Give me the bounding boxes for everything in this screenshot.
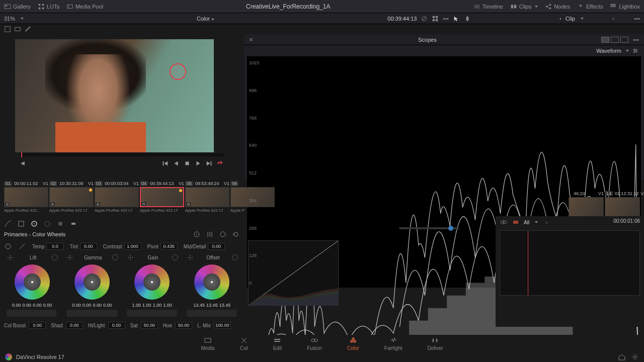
wheel-picker-icon[interactable]	[126, 253, 134, 261]
gain-jog[interactable]	[127, 310, 177, 317]
loop-icon[interactable]	[217, 160, 224, 167]
wheel-picker-icon[interactable]	[6, 253, 14, 261]
hilight-input[interactable]	[108, 322, 125, 329]
wheel-reset[interactable]	[112, 254, 118, 260]
play-icon[interactable]	[195, 160, 202, 167]
tracker-icon[interactable]	[43, 220, 51, 228]
clip-thumb-03[interactable]: 0300:00:03:04V1fxApple ProRes 422 LT	[95, 180, 139, 216]
contrast-input[interactable]	[124, 243, 141, 250]
offset-wheel[interactable]	[194, 264, 229, 300]
scopes-close-icon[interactable]: ×	[249, 36, 253, 44]
page-deliver[interactable]: Deliver	[427, 336, 443, 351]
wheel-reset[interactable]	[232, 254, 238, 260]
clip-thumb-05[interactable]: 0508:53:49:24V1fxApple ProRes 422 LT	[185, 180, 229, 216]
page-cut[interactable]: Cut	[240, 336, 248, 351]
page-fairlight[interactable]: Fairlight	[384, 336, 403, 351]
wheel-reset[interactable]	[172, 254, 178, 260]
scope-layout-1[interactable]	[601, 37, 609, 43]
kf-all[interactable]: All	[524, 220, 529, 225]
home-icon[interactable]	[618, 353, 626, 361]
blur-icon[interactable]	[56, 220, 64, 228]
curves-editor[interactable]	[248, 240, 339, 306]
page-media[interactable]: Media	[201, 336, 214, 351]
key-icon[interactable]	[69, 220, 77, 228]
next-clip-icon[interactable]	[206, 160, 213, 167]
effects-button[interactable]: Effects	[577, 3, 603, 10]
viewer-scrubber[interactable]	[20, 153, 224, 156]
curves-icon[interactable]	[4, 220, 12, 228]
colboost-input[interactable]	[29, 322, 46, 329]
sat-input[interactable]	[141, 322, 158, 329]
clips-button[interactable]: Clips	[510, 3, 538, 10]
scope-settings-icon[interactable]	[632, 47, 639, 54]
svg-point-52	[220, 232, 225, 237]
scope-mode-dropdown[interactable]: Waveform	[596, 48, 621, 54]
viewer-timecode[interactable]: 00:39:44:13	[387, 16, 417, 22]
mediapool-button[interactable]: Media Pool	[66, 3, 103, 10]
mute-icon[interactable]	[20, 160, 27, 167]
offset-jog[interactable]	[187, 310, 237, 317]
clip-thumb-04[interactable]: 0400:39:44:13V1fxApple ProRes 422 LT	[140, 180, 184, 216]
color-picker-cursor[interactable]	[170, 63, 186, 80]
lightbox-button[interactable]: Lightbox	[610, 3, 640, 10]
clip-dropdown[interactable]: Clip	[566, 16, 575, 22]
softclip-slider[interactable]	[399, 227, 459, 229]
wheels-mode-icon[interactable]	[193, 230, 201, 238]
clip-thumb-02[interactable]: 0210:30:31:08V1fxApple ProRes 422 LT	[49, 180, 94, 216]
viewer[interactable]	[15, 39, 214, 152]
page-edit[interactable]: Edit	[273, 336, 282, 351]
grid-icon[interactable]	[432, 15, 439, 22]
kf-playhead[interactable]	[528, 231, 528, 295]
gamma-jog[interactable]	[67, 310, 117, 317]
picker-a-icon[interactable]	[4, 242, 12, 250]
temp-input[interactable]	[46, 243, 63, 250]
wheel-picker-icon[interactable]	[66, 253, 74, 261]
bypass-icon[interactable]	[421, 15, 428, 22]
wheel-picker-icon[interactable]	[186, 253, 194, 261]
adjust-icon[interactable]	[4, 26, 11, 33]
keyframe-timeline[interactable]	[500, 230, 640, 296]
hand-icon[interactable]	[464, 15, 471, 22]
picker-b-icon[interactable]	[18, 242, 26, 250]
stop-icon[interactable]	[184, 160, 191, 167]
svg-point-15	[549, 7, 551, 9]
svg-point-38	[634, 49, 635, 50]
bars-mode-icon[interactable]	[206, 230, 214, 238]
lift-jog[interactable]	[7, 310, 57, 317]
luts-button[interactable]: LUTs	[38, 3, 59, 10]
hue-input[interactable]	[175, 322, 192, 329]
gallery-button[interactable]: Gallery	[4, 3, 31, 10]
lmix-input[interactable]	[214, 322, 231, 329]
wheel-reset[interactable]	[52, 254, 58, 260]
scope-layout-2[interactable]	[611, 37, 619, 43]
pivot-input[interactable]	[160, 243, 178, 250]
timeline-button[interactable]: Timeline	[473, 3, 503, 10]
step-back-icon[interactable]	[173, 160, 180, 167]
page-color[interactable]: Color	[347, 336, 359, 351]
svg-rect-27	[436, 16, 438, 18]
gamma-wheel[interactable]	[74, 264, 110, 300]
log-mode-icon[interactable]	[219, 230, 227, 238]
nodes-button[interactable]: Nodes	[545, 3, 570, 10]
lift-wheel[interactable]	[15, 264, 50, 300]
reset-all-icon[interactable]	[232, 230, 240, 238]
page-label[interactable]: Color	[197, 16, 210, 22]
tint-input[interactable]	[80, 243, 97, 250]
middetail-input[interactable]	[208, 243, 225, 250]
kf-grade-icon[interactable]	[512, 218, 520, 226]
svg-rect-2	[39, 4, 41, 6]
wand-icon[interactable]	[24, 26, 31, 33]
zoom-dropdown[interactable]: 31%	[4, 16, 15, 22]
qualifier-icon[interactable]	[17, 220, 25, 228]
safe-icon[interactable]	[14, 26, 21, 33]
shad-input[interactable]	[66, 322, 83, 329]
prev-clip-icon[interactable]	[162, 160, 169, 167]
scope-layout-4[interactable]	[620, 37, 628, 43]
clip-thumb-01[interactable]: 0100:00:11:02V1fxApple ProRes 422…	[4, 180, 48, 216]
arrow-icon[interactable]	[453, 15, 460, 22]
circle-tool-icon[interactable]	[30, 220, 38, 228]
page-fusion[interactable]: Fusion	[307, 336, 322, 351]
settings-icon[interactable]	[631, 353, 639, 361]
kf-eye-icon[interactable]	[500, 218, 508, 226]
gain-wheel[interactable]	[134, 264, 170, 300]
